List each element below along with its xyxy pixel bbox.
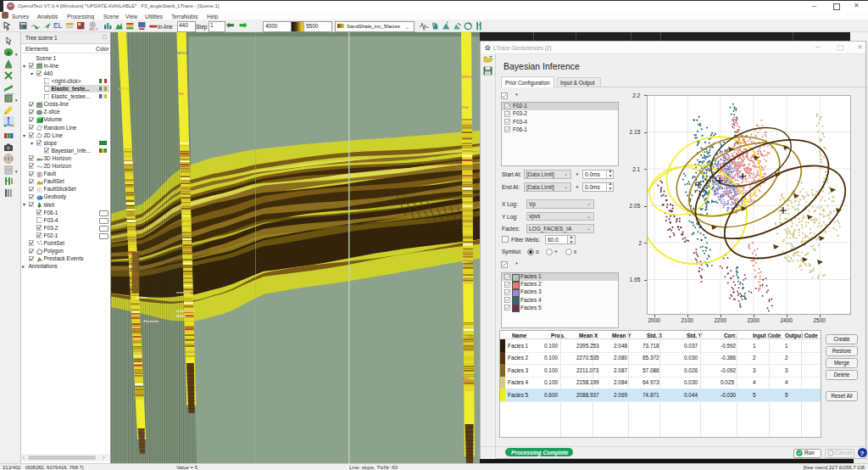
svg-text:MFS11: MFS11: [177, 51, 189, 55]
svg-text:MFS4: MFS4: [176, 314, 186, 318]
svg-text:FS8: FS8: [177, 92, 184, 96]
svg-text:FS8: FS8: [462, 105, 469, 109]
svg-text:MFS: MFS: [462, 377, 470, 381]
svg-text:FS7: FS7: [462, 278, 469, 283]
svg-text:ormation: ormation: [176, 290, 191, 294]
svg-text:EL: EL: [53, 21, 63, 30]
svg-text:MFS11: MFS11: [118, 87, 130, 91]
svg-text:SEC F: SEC F: [89, 27, 97, 31]
svg-text:al Formeele: al Formeele: [176, 309, 196, 313]
svg-text:MFS11: MFS11: [462, 75, 474, 79]
svg-text:vpvs: vpvs: [462, 260, 470, 264]
svg-text:ocation: ocation: [136, 295, 147, 299]
svg-text:-Formeele: -Formeele: [142, 319, 159, 323]
svg-text:FS6: FS6: [462, 334, 469, 339]
